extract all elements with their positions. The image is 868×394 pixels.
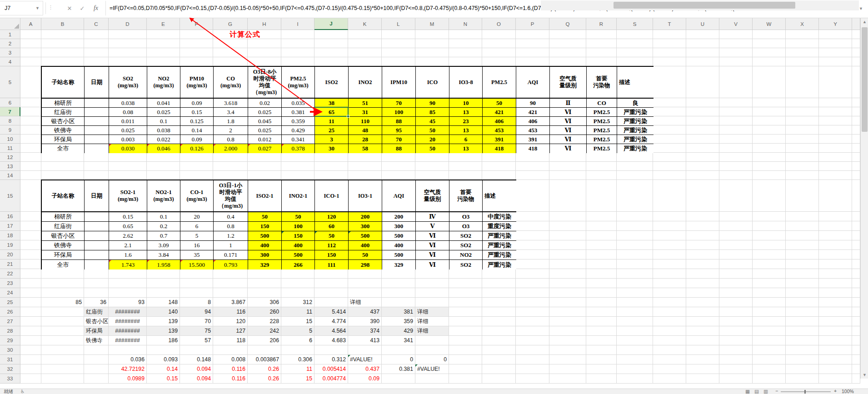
cell-O26[interactable]: [482, 307, 516, 317]
cell-E29[interactable]: 186: [147, 336, 180, 345]
cell-Y3[interactable]: [819, 48, 852, 57]
cell-W32[interactable]: [753, 364, 786, 374]
column-header-A[interactable]: A: [20, 18, 41, 30]
cell-M31[interactable]: 0: [415, 355, 449, 364]
cell-J2[interactable]: [314, 39, 348, 48]
cell-E13[interactable]: [147, 162, 180, 171]
cell-W5[interactable]: [753, 66, 786, 98]
cell-K29[interactable]: 413: [348, 336, 382, 345]
cell-O11[interactable]: 418: [483, 144, 516, 153]
cell-A15[interactable]: [20, 180, 41, 212]
cell-A7[interactable]: [20, 107, 41, 116]
cell-C12[interactable]: [84, 153, 109, 162]
cell-G27[interactable]: 120: [213, 317, 248, 326]
cell-O1[interactable]: [482, 30, 516, 39]
cell-V32[interactable]: [719, 364, 753, 374]
cell-M26[interactable]: 详细: [415, 307, 449, 317]
cell-U7[interactable]: [686, 107, 719, 116]
cell-M1[interactable]: [415, 30, 449, 39]
horizontal-scrollbar-thumb[interactable]: [614, 2, 795, 9]
cell-B14[interactable]: [41, 171, 84, 180]
cell-O22[interactable]: [482, 269, 516, 279]
cell-P18[interactable]: [516, 231, 549, 240]
row-header-8[interactable]: 8: [0, 116, 20, 125]
cell-N22[interactable]: [449, 269, 482, 279]
cell-H8[interactable]: 0.045: [248, 117, 282, 126]
cell-A5[interactable]: [20, 66, 41, 98]
cell-E16[interactable]: 0.1: [147, 212, 180, 222]
cell-N10[interactable]: 6: [449, 135, 483, 144]
cell-C16[interactable]: [85, 212, 109, 222]
cell-U33[interactable]: [686, 374, 719, 384]
cell-S14[interactable]: [617, 171, 653, 180]
cell-A21[interactable]: [20, 259, 41, 269]
cell-R26[interactable]: [586, 307, 617, 317]
cell-S27[interactable]: [617, 317, 653, 326]
cell-S16[interactable]: [617, 212, 653, 221]
cell-F29[interactable]: 57: [180, 336, 213, 345]
cell-I29[interactable]: 6: [281, 336, 314, 345]
cell-C6[interactable]: [85, 99, 109, 108]
cell-Q18[interactable]: [549, 231, 586, 240]
cell-J27[interactable]: 4.774: [314, 317, 348, 326]
cell-S28[interactable]: [617, 326, 653, 336]
cell-K11[interactable]: 58: [349, 144, 382, 153]
cell-B15[interactable]: 子站名称: [42, 180, 85, 212]
cell-Z11[interactable]: [852, 144, 860, 153]
cell-J24[interactable]: [314, 288, 348, 298]
cell-I16[interactable]: 50: [282, 212, 315, 222]
cell-L31[interactable]: 0: [382, 355, 415, 364]
cell-T29[interactable]: [653, 336, 686, 345]
cell-C18[interactable]: [85, 231, 109, 241]
cell-L19[interactable]: 400: [382, 241, 416, 250]
cell-T28[interactable]: [653, 326, 686, 336]
cell-L29[interactable]: 341: [382, 336, 415, 345]
cell-I23[interactable]: [281, 279, 314, 288]
cell-O18[interactable]: 严重污染: [483, 231, 516, 241]
cell-R4[interactable]: [586, 57, 617, 66]
cell-N15[interactable]: 首要 污染物: [449, 180, 483, 212]
cell-L25[interactable]: [382, 298, 415, 307]
cell-U18[interactable]: [686, 231, 719, 240]
cell-R2[interactable]: [586, 39, 617, 48]
cell-F6[interactable]: 0.09: [180, 99, 214, 108]
cell-Z16[interactable]: [852, 212, 860, 221]
cell-Q5[interactable]: 空气质 量级别: [550, 67, 587, 99]
cell-K32[interactable]: 0.437: [348, 364, 382, 374]
cell-K21[interactable]: 298: [349, 260, 382, 269]
cell-K30[interactable]: [348, 345, 382, 355]
cell-D26[interactable]: ########: [109, 307, 147, 317]
cell-R32[interactable]: [586, 364, 617, 374]
row-header-7[interactable]: 7: [0, 107, 20, 116]
cell-P10[interactable]: 391: [516, 135, 550, 144]
cell-Y2[interactable]: [819, 39, 852, 48]
cell-N17[interactable]: O3: [449, 222, 483, 231]
cell-T15[interactable]: [653, 180, 686, 212]
cell-I25[interactable]: 312: [281, 298, 314, 307]
cell-V27[interactable]: [719, 317, 753, 326]
cell-S2[interactable]: [617, 39, 653, 48]
cell-F32[interactable]: 0.094: [180, 364, 213, 374]
cell-U14[interactable]: [686, 171, 719, 180]
cell-J15[interactable]: ICO-1: [315, 180, 349, 212]
cell-C30[interactable]: [84, 345, 109, 355]
cell-D28[interactable]: ########: [109, 326, 147, 336]
cell-M23[interactable]: [415, 279, 449, 288]
row-header-18[interactable]: 18: [0, 231, 20, 240]
cell-W33[interactable]: [753, 374, 786, 384]
cell-C19[interactable]: [85, 241, 109, 250]
cell-P14[interactable]: [516, 171, 549, 180]
cell-T19[interactable]: [653, 240, 686, 250]
cell-K20[interactable]: 50: [349, 250, 382, 260]
cell-X11[interactable]: [786, 144, 819, 153]
page-break-view-icon[interactable]: ▥: [763, 389, 768, 394]
cell-C26[interactable]: 红庙街: [84, 307, 109, 317]
cell-G6[interactable]: 3.618: [214, 99, 248, 108]
row-header-10[interactable]: 10: [0, 135, 20, 144]
cell-U2[interactable]: [686, 39, 719, 48]
cell-Y31[interactable]: [819, 355, 852, 364]
cell-E33[interactable]: 0.15: [147, 374, 180, 384]
cell-S29[interactable]: [617, 336, 653, 345]
cell-S3[interactable]: [617, 48, 653, 57]
cell-V29[interactable]: [719, 336, 753, 345]
